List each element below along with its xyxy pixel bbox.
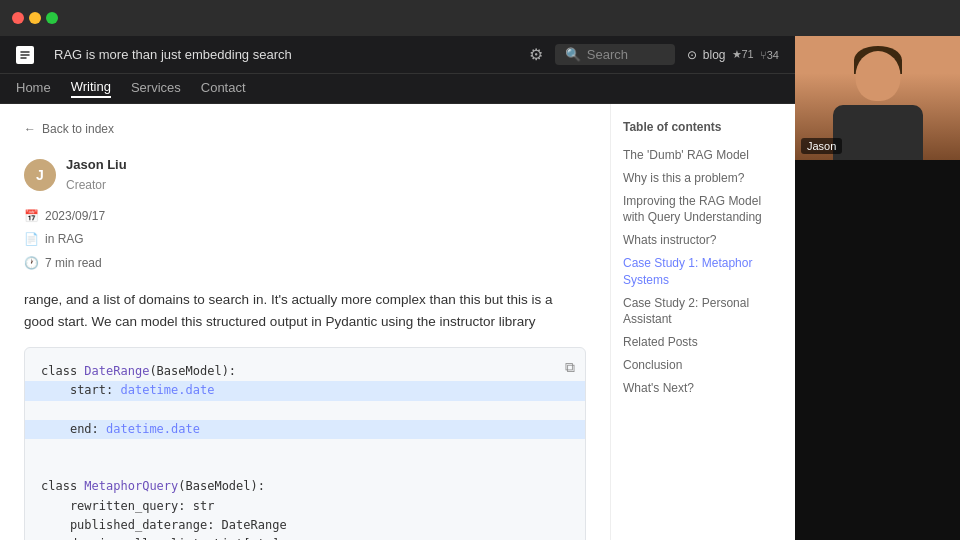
search-label: Search xyxy=(587,47,628,62)
meta-read-time: 7 min read xyxy=(45,254,102,273)
copy-icon-1[interactable]: ⧉ xyxy=(565,356,575,378)
code-block-1: ⧉ class DateRange(BaseModel): start: dat… xyxy=(24,347,586,540)
meta-section-row: 📄 in RAG xyxy=(24,230,586,249)
metadata: 📅 2023/09/17 📄 in RAG 🕐 7 min read xyxy=(24,207,586,273)
video-name-tag: Jason xyxy=(801,138,842,154)
site-title: RAG is more than just embedding search xyxy=(54,47,292,62)
back-link[interactable]: ← Back to index xyxy=(24,120,586,139)
toc-item-7[interactable]: Conclusion xyxy=(623,354,783,377)
toc-item-4[interactable]: Case Study 1: Metaphor Systems xyxy=(623,252,783,292)
settings-icon[interactable]: ⚙ xyxy=(529,45,543,64)
nav-bar: RAG is more than just embedding search ⚙… xyxy=(0,36,795,74)
traffic-lights xyxy=(12,12,58,24)
toc-item-2[interactable]: Improving the RAG Model with Query Under… xyxy=(623,190,783,230)
clock-icon: 🕐 xyxy=(24,254,39,273)
close-button[interactable] xyxy=(12,12,24,24)
toc-item-6[interactable]: Related Posts xyxy=(623,331,783,354)
maximize-button[interactable] xyxy=(46,12,58,24)
author-info: Jason Liu Creator xyxy=(66,155,127,195)
toc-item-0[interactable]: The 'Dumb' RAG Model xyxy=(623,144,783,167)
github-icon: ⊙ xyxy=(687,48,697,62)
video-feed: Jason xyxy=(795,36,960,160)
nav-services[interactable]: Services xyxy=(131,80,181,97)
meta-read-row: 🕐 7 min read xyxy=(24,254,586,273)
intro-paragraph: range, and a list of domains to search i… xyxy=(24,289,586,334)
sub-nav: Home Writing Services Contact xyxy=(0,74,795,104)
search-icon: 🔍 xyxy=(565,47,581,62)
nav-icons: ⚙ 🔍 Search ⊙ blog ★71 ⑂34 xyxy=(529,44,779,65)
search-box[interactable]: 🔍 Search xyxy=(555,44,675,65)
author-role: Creator xyxy=(66,176,127,195)
nav-home[interactable]: Home xyxy=(16,80,51,97)
calendar-icon: 📅 xyxy=(24,207,39,226)
minimize-button[interactable] xyxy=(29,12,41,24)
back-arrow-icon: ← xyxy=(24,120,36,139)
author-name: Jason Liu xyxy=(66,155,127,176)
github-stars: ★71 xyxy=(732,48,754,61)
sidebar-toc: Table of contents The 'Dumb' RAG Model W… xyxy=(610,104,795,540)
toc-item-8[interactable]: What's Next? xyxy=(623,377,783,400)
author-row: J Jason Liu Creator xyxy=(24,155,586,195)
github-forks: ⑂34 xyxy=(760,49,779,61)
logo-icon xyxy=(16,46,34,64)
video-rest xyxy=(795,160,960,540)
person-head xyxy=(855,51,900,101)
video-panel: Jason xyxy=(795,36,960,540)
meta-date-row: 📅 2023/09/17 xyxy=(24,207,586,226)
toc-title: Table of contents xyxy=(623,120,783,134)
folder-icon: 📄 xyxy=(24,230,39,249)
browser-chrome xyxy=(0,0,960,36)
nav-writing[interactable]: Writing xyxy=(71,79,111,98)
browser-window: RAG is more than just embedding search ⚙… xyxy=(0,36,795,540)
site-logo[interactable] xyxy=(16,46,34,64)
main-content: ← Back to index J Jason Liu Creator 📅 20… xyxy=(0,104,610,540)
nav-contact[interactable]: Contact xyxy=(201,80,246,97)
toc-item-3[interactable]: Whats instructor? xyxy=(623,229,783,252)
meta-section: in RAG xyxy=(45,230,84,249)
github-link[interactable]: ⊙ blog ★71 ⑂34 xyxy=(687,48,779,62)
toc-item-5[interactable]: Case Study 2: Personal Assistant xyxy=(623,292,783,332)
toc-item-1[interactable]: Why is this a problem? xyxy=(623,167,783,190)
avatar: J xyxy=(24,159,56,191)
person-body xyxy=(833,105,923,160)
content-area: ← Back to index J Jason Liu Creator 📅 20… xyxy=(0,104,795,540)
meta-date: 2023/09/17 xyxy=(45,207,105,226)
